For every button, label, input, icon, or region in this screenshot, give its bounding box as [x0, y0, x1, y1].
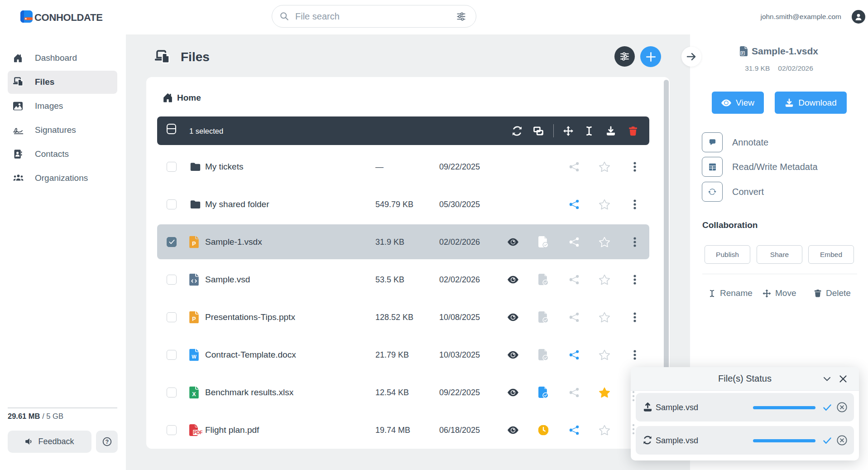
svg-text:PDF: PDF [193, 429, 203, 435]
svg-text:P: P [742, 52, 744, 55]
